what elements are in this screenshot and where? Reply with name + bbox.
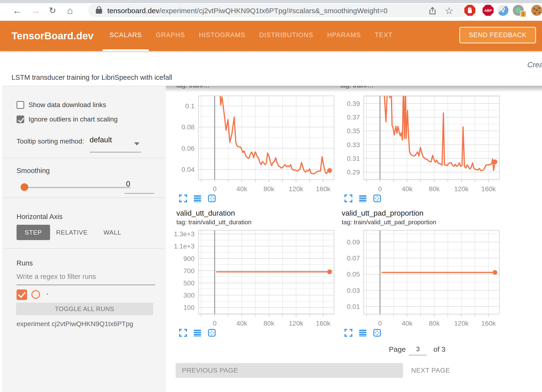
share-icon[interactable] [428,7,437,16]
adblock-extension-icon[interactable] [464,5,475,16]
fit-domain-icon[interactable] [373,194,381,203]
expand-card-icon[interactable] [179,329,187,337]
chart-toolbar [344,329,505,337]
run-name: . [46,288,49,296]
fit-domain-icon[interactable] [208,329,216,337]
toggle-log-scale-icon[interactable] [193,194,202,203]
smoothing-label: Smoothing [17,167,50,175]
tab-graphs[interactable]: GRAPHS [149,21,192,51]
expand-card-icon[interactable] [344,329,353,337]
toggle-log-scale-icon[interactable] [193,329,202,337]
svg-text:1.1e+3: 1.1e+3 [174,242,195,250]
expand-card-icon[interactable] [344,194,353,203]
axis-relative-button[interactable]: RELATIVE [56,225,88,240]
svg-text:0.29: 0.29 [347,168,360,176]
run-checkbox[interactable] [17,289,27,300]
series-line [384,94,495,170]
tab-histograms[interactable]: HISTOGRAMS [192,21,252,51]
line-chart[interactable]: 0.290.310.330.350.370.39040k80k120k160k [340,94,505,192]
svg-text:40k: 40k [236,185,248,192]
previous-page-button[interactable]: PREVIOUS PAGE [176,363,403,378]
svg-text:700: 700 [183,267,195,275]
tooltip-sort-select[interactable]: default [90,136,112,144]
svg-text:500: 500 [183,279,195,287]
smoothing-slider[interactable] [24,187,130,188]
chart-card: valid_utt_durationtag: train/valid_utt_d… [174,209,340,337]
toggle-all-runs-button[interactable]: TOGGLE ALL RUNS [16,303,153,315]
chart-toolbar [179,194,340,203]
page-count-label: of 3 [433,345,445,353]
profile-extension-icon[interactable]: 1 [513,5,524,16]
svg-text:40k: 40k [402,320,413,327]
forward-icon[interactable]: → [31,4,40,17]
clipped-tag-right: tag: train/… [340,86,374,89]
tab-scalars[interactable]: SCALARS [103,21,149,51]
show-download-links-checkbox-row[interactable]: Show data download links [17,101,106,109]
run-color-swatch [31,290,40,299]
svg-text:80k: 80k [264,320,275,327]
fit-domain-icon[interactable] [208,194,216,203]
axis-wall-button[interactable]: WALL [104,225,121,240]
axis-step-button[interactable]: STEP [17,225,50,240]
reload-icon[interactable]: ↻ [49,4,56,17]
smoothing-slider-thumb[interactable] [21,183,28,191]
svg-text:40k: 40k [402,185,413,192]
svg-text:80k: 80k [264,185,275,192]
tab-distributions[interactable]: DISTRIBUTIONS [252,21,320,51]
line-chart[interactable]: 0.010.030.050.070.09040k80k120k160k [340,228,505,327]
svg-text:0.08: 0.08 [182,123,195,131]
expand-card-icon[interactable] [179,194,187,203]
url-bar[interactable]: tensorboard.dev/experiment/cj2vtPiwQHKN9… [88,4,467,17]
last-point-dot [493,159,497,164]
svg-text:160k: 160k [481,320,496,327]
next-page-button[interactable]: NEXT PAGE [411,367,450,374]
svg-text:160k: 160k [481,185,496,192]
page-number-input[interactable] [409,346,427,355]
svg-text:80k: 80k [429,320,440,327]
toggle-log-scale-icon[interactable] [358,194,367,203]
svg-text:160k: 160k [316,320,331,327]
svg-text:0.09: 0.09 [347,238,360,246]
line-chart[interactable]: 0.040.060.080.1040k80k120k160k [174,94,340,192]
svg-text:0.04: 0.04 [182,166,195,173]
svg-text:1.3e+3: 1.3e+3 [174,230,195,238]
cookie-icon[interactable] [531,5,542,16]
tab-text[interactable]: TEXT [368,21,399,51]
send-feedback-button[interactable]: SEND FEEDBACK [459,27,536,43]
toggle-log-scale-icon[interactable] [358,329,367,337]
svg-text:0.35: 0.35 [347,127,360,135]
checkbox-checked-icon[interactable] [17,115,24,123]
runs-label: Runs [17,259,33,267]
tab-hparams[interactable]: HPARAMS [320,21,368,51]
tooltip-sort-label: Tooltip sorting method: [17,138,84,145]
ignore-outliers-checkbox-row[interactable]: Ignore outliers in chart scaling [17,115,118,123]
smoothing-value[interactable]: 0 [126,180,130,188]
app-header: TensorBoard.dev SCALARS GRAPHS HISTOGRAM… [0,21,542,51]
app-logo: TensorBoard.dev [12,21,93,51]
divider [3,248,166,249]
svg-text:120k: 120k [289,320,304,327]
back-icon[interactable]: ← [12,4,22,17]
url-text[interactable]: tensorboard.dev/experiment/cj2vtPiwQHKN9… [107,7,387,15]
chart-tag: tag: train/valid_utt_pad_proportion [342,219,505,226]
line-chart[interactable]: 1003005007009001.1e+31.3e+3040k80k120k16… [174,228,340,327]
chevron-down-icon[interactable] [134,142,139,145]
bookmark-star-icon[interactable]: ☆ [445,5,453,16]
svg-text:120k: 120k [289,185,304,192]
chart-card: 0.040.060.080.1040k80k120k160k [174,94,340,203]
svg-text:0.06: 0.06 [182,145,195,152]
runs-filter-input[interactable]: Write a regex to filter runs [17,273,96,281]
url-path: /experiment/cj2vtPiwQHKN9Q1tx6PTpg/#scal… [159,7,387,15]
chart-toolbar [344,194,505,203]
page-label: Page [389,345,406,353]
abp-extension-icon[interactable]: ABP [483,5,494,16]
svg-text:900: 900 [183,255,195,262]
window-left-edge [0,86,3,392]
svg-text:0.39: 0.39 [347,100,360,107]
fit-domain-icon[interactable] [373,329,381,337]
svg-text:120k: 120k [454,320,469,327]
vimium-extension-icon[interactable]: V [497,5,508,16]
checkbox-unchecked-icon[interactable] [17,101,24,109]
home-icon[interactable]: ⌂ [67,4,73,17]
svg-text:80k: 80k [429,185,440,192]
